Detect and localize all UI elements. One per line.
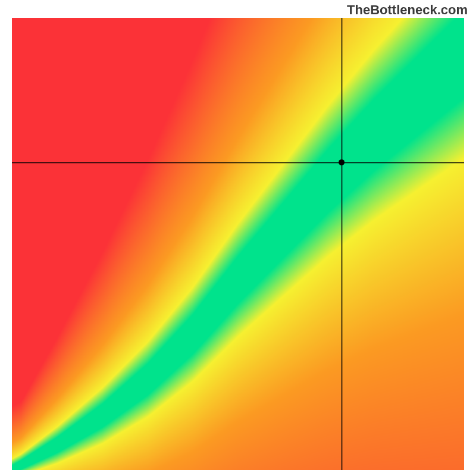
- watermark-text: TheBottleneck.com: [347, 2, 468, 18]
- bottleneck-heatmap: [12, 18, 464, 470]
